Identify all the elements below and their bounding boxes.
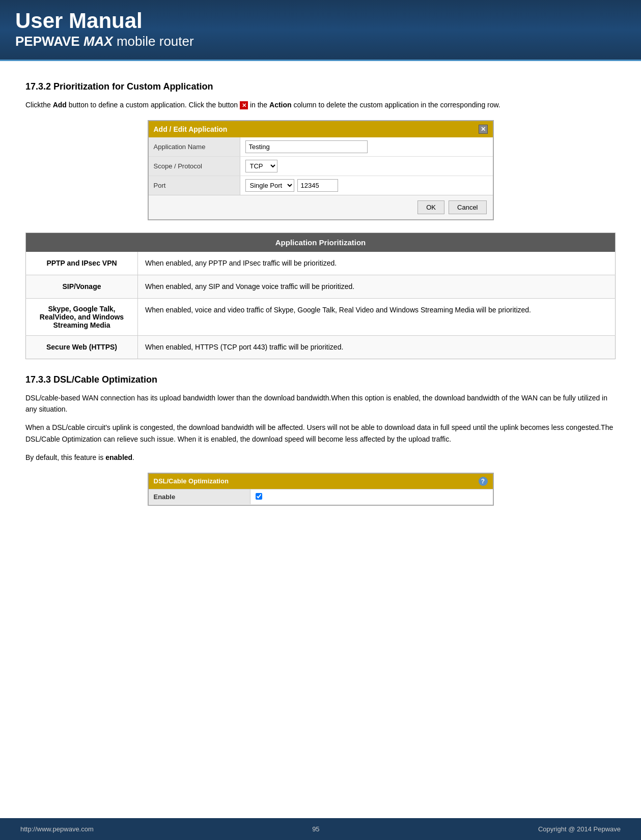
row-name-pptp: PPTP and IPsec VPN [26, 252, 138, 275]
ok-button[interactable]: OK [417, 200, 444, 214]
app-name-field [240, 137, 493, 156]
main-content: 17.3.2 Prioritization for Custom Applica… [0, 61, 641, 818]
section2-para3: By default, this feature is enabled. [25, 452, 616, 463]
subtitle-rest: mobile router [117, 34, 194, 49]
dsl-enable-row: Enable [149, 489, 493, 505]
dsl-title-row: DSL/Cable Optimization ? [149, 474, 493, 489]
footer-url: http://www.pepwave.com [20, 825, 94, 833]
dsl-title: DSL/Cable Optimization [154, 477, 229, 485]
page-header: User Manual PEPWAVE MAX mobile router [0, 0, 641, 61]
dialog-wrapper: Add / Edit Application ✕ Application Nam… [148, 120, 494, 220]
section-heading-2: 17.3.3 DSL/Cable Optimization [25, 374, 616, 385]
table-row: PPTP and IPsec VPN When enabled, any PPT… [26, 252, 616, 275]
dialog-footer: OK Cancel [149, 195, 493, 219]
row-desc-https: When enabled, HTTPS (TCP port 443) traff… [138, 335, 616, 359]
row-desc-sip: When enabled, any SIP and Vonage voice t… [138, 275, 616, 298]
section1-intro: Clickthe Add button to define a custom a… [25, 99, 616, 110]
model-name: MAX [83, 34, 113, 49]
scope-select[interactable]: TCP UDP ICMP IP [245, 160, 277, 172]
cancel-button[interactable]: Cancel [449, 200, 486, 214]
scope-field: TCP UDP ICMP IP [240, 157, 493, 176]
section2-para2: When a DSL/cable circuit's uplink is con… [25, 422, 616, 445]
app-prio-table-header: Application Prioritization [26, 233, 616, 252]
dsl-enable-value [250, 489, 493, 505]
manual-title: User Manual [15, 9, 626, 33]
dialog-body: Application Name Scope / Protocol TCP UD… [149, 137, 493, 195]
table-row: Skype, Google Talk, RealVideo, and Windo… [26, 298, 616, 335]
dialog-titlebar: Add / Edit Application ✕ [149, 121, 493, 137]
para3-bold: enabled [105, 453, 132, 461]
table-row: SIP/Vonage When enabled, any SIP and Von… [26, 275, 616, 298]
footer-copyright: Copyright @ 2014 Pepwave [538, 825, 621, 833]
para3-pre: By default, this feature is [25, 453, 105, 461]
scope-label: Scope / Protocol [149, 157, 240, 176]
row-desc-skype: When enabled, voice and video traffic of… [138, 298, 616, 335]
dsl-table-wrapper: DSL/Cable Optimization ? Enable [148, 473, 494, 506]
port-field: Single Port Port Range [240, 176, 493, 195]
dsl-enable-checkbox[interactable] [256, 493, 262, 500]
page-footer: http://www.pepwave.com 95 Copyright @ 20… [0, 818, 641, 840]
app-name-input[interactable] [245, 140, 368, 153]
app-prioritization-table: Application Prioritization PPTP and IPse… [25, 233, 616, 359]
manual-subtitle: PEPWAVE MAX mobile router [15, 34, 626, 49]
row-desc-pptp: When enabled, any PPTP and IPsec traffic… [138, 252, 616, 275]
port-label: Port [149, 176, 240, 195]
delete-icon[interactable]: ✕ [240, 101, 248, 109]
port-type-select[interactable]: Single Port Port Range [245, 179, 294, 192]
port-value-input[interactable] [297, 179, 338, 192]
table-row: Secure Web (HTTPS) When enabled, HTTPS (… [26, 335, 616, 359]
add-label: Add [53, 101, 67, 109]
para3-end: . [132, 453, 134, 461]
dialog-port-row: Port Single Port Port Range [149, 176, 493, 195]
app-name-label: Application Name [149, 137, 240, 156]
dialog-scope-row: Scope / Protocol TCP UDP ICMP IP [149, 157, 493, 176]
dialog-close-button[interactable]: ✕ [479, 125, 488, 134]
dialog-title: Add / Edit Application [154, 125, 228, 133]
footer-page: 95 [312, 825, 319, 833]
row-name-sip: SIP/Vonage [26, 275, 138, 298]
section-heading-1: 17.3.2 Prioritization for Custom Applica… [25, 81, 616, 92]
section2-para1: DSL/cable-based WAN connection has its u… [25, 392, 616, 415]
add-edit-dialog: Add / Edit Application ✕ Application Nam… [148, 120, 494, 220]
dialog-app-name-row: Application Name [149, 137, 493, 157]
dsl-enable-label: Enable [149, 489, 250, 504]
help-icon[interactable]: ? [479, 477, 488, 486]
row-name-skype: Skype, Google Talk, RealVideo, and Windo… [26, 298, 138, 335]
action-label: Action [269, 101, 292, 109]
brand-name: PEPWAVE [15, 34, 80, 49]
row-name-https: Secure Web (HTTPS) [26, 335, 138, 359]
